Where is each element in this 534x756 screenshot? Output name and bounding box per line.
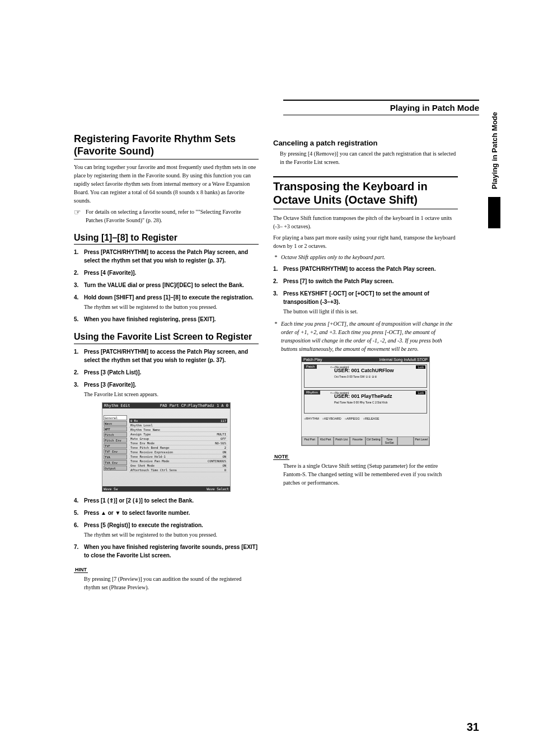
side-tab-label: Playing in Patch Mode	[490, 112, 499, 189]
screenshot-rhythm-edit: Rhythm EditPAD Part CP:PlayThePadz 1 A 0…	[102, 402, 231, 492]
step-subtext: The button will light if this is set.	[283, 307, 458, 316]
step-item: Press [4 (Favorite)].	[74, 269, 259, 277]
steps-list-b: Press [PATCH/RHYTHM] to access the Patch…	[74, 348, 259, 398]
step-item: Press [7] to switch the Patch Play scree…	[273, 277, 458, 285]
header-title: Playing in Patch Mode	[390, 103, 479, 112]
step-item: Press [3 (Favorite)].The Favorite List s…	[74, 381, 259, 398]
step-text: Press KEYSHIFT [-OCT] or [+OCT] to set t…	[283, 290, 429, 305]
octave-p2: For playing a bass part more easily usin…	[273, 233, 458, 250]
heading-favorite-rhythm: Registering Favorite Rhythm Sets (Favori…	[74, 133, 259, 159]
hint-text: By pressing [7 (Preview)] you can auditi…	[74, 575, 259, 591]
step-text: Press [PATCH/RHYTHM] to access the Patch…	[283, 266, 436, 272]
steps-list-right: Press [PATCH/RHYTHM] to access the Patch…	[273, 265, 458, 316]
note-oct-behavior: Each time you press [+OCT], the amount o…	[273, 320, 458, 353]
step-item: Hold down [SHIFT] and press [1]–[8] to e…	[74, 293, 259, 311]
step-item: Turn the VALUE dial or press [INC]/[DEC]…	[74, 281, 259, 289]
step-text: Press [3 (Patch List)].	[84, 369, 141, 375]
step-text: Press [5 (Regist)] to execute the regist…	[84, 522, 203, 528]
step-item: Press [PATCH/RHYTHM] to access the Patch…	[273, 265, 458, 273]
cancel-text: By pressing [4 (Remove)] you can cancel …	[273, 149, 458, 166]
steps-list-a: Press [PATCH/RHYTHM] to access the Patch…	[74, 248, 259, 323]
left-column: Registering Favorite Rhythm Sets (Favori…	[74, 133, 259, 594]
page-header: Playing in Patch Mode	[283, 100, 479, 115]
step-item: Press ▲ or ▼ to select favorite number.	[74, 509, 259, 517]
step-text: Press ▲ or ▼ to select favorite number.	[84, 510, 190, 516]
intro-paragraph: You can bring together your favorite and…	[74, 163, 259, 205]
step-item: Press [1 (⇑)] or [2 (⇓)] to select the B…	[74, 496, 259, 505]
reference-text: For details on selecting a favorite soun…	[86, 208, 254, 224]
heading-using-1-8: Using [1]–[8] to Register	[74, 232, 259, 245]
step-subtext: The rhythm set will be registered to the…	[84, 303, 259, 311]
heading-octave-shift: Transposing the Keyboard in Octave Units…	[273, 176, 458, 209]
step-text: Press [PATCH/RHYTHM] to access the Patch…	[84, 249, 248, 264]
step-text: Hold down [SHIFT] and press [1]–[8] to e…	[84, 294, 254, 300]
step-item: When you have finished registering favor…	[74, 543, 259, 560]
step-text: Press [3 (Favorite)].	[84, 382, 136, 388]
steps-list-c: Press [1 (⇑)] or [2 (⇓)] to select the B…	[74, 496, 259, 560]
side-tab-block	[488, 197, 500, 228]
pointer-icon: ☞	[74, 208, 81, 217]
step-text: When you have finished registering favor…	[84, 544, 257, 558]
step-text: Turn the VALUE dial or press [INC]/[DEC]…	[84, 282, 244, 288]
step-item: Press KEYSHIFT [-OCT] or [+OCT] to set t…	[273, 289, 458, 316]
step-text: Press [4 (Favorite)].	[84, 270, 136, 276]
right-column: Canceling a patch registration By pressi…	[273, 133, 458, 490]
step-text: Press [7] to switch the Patch Play scree…	[283, 278, 394, 284]
step-item: Press [5 (Regist)] to execute the regist…	[74, 521, 259, 539]
step-text: Press [1 (⇑)] or [2 (⇓)] to select the B…	[84, 497, 194, 504]
octave-p1: The Octave Shift function transposes the…	[273, 214, 458, 231]
step-subtext: The Favorite List screen appears.	[84, 390, 259, 398]
step-item: When you have finished registering, pres…	[74, 315, 259, 323]
note-text: There is a single Octave Shift setting (…	[273, 462, 458, 487]
step-text: Press [PATCH/RHYTHM] to access the Patch…	[84, 349, 248, 363]
reference-block: ☞ For details on selecting a favorite so…	[74, 208, 259, 224]
heading-cancel-registration: Canceling a patch registration	[273, 139, 458, 147]
step-item: Press [PATCH/RHYTHM] to access the Patch…	[74, 248, 259, 265]
note-label: NOTE	[273, 454, 289, 460]
step-item: Press [PATCH/RHYTHM] to access the Patch…	[74, 348, 259, 364]
step-item: Press [3 (Patch List)].	[74, 368, 259, 377]
screenshot-patch-play: Patch PlayInternal Song InAdult STOPPatc…	[301, 356, 430, 446]
heading-favorite-list: Using the Favorite List Screen to Regist…	[74, 331, 259, 344]
hint-label: HINT	[74, 567, 88, 573]
step-subtext: The rhythm set will be registered to the…	[84, 530, 259, 539]
page-number: 31	[467, 721, 479, 734]
note-keyboard-only: Octave Shift applies only to the keyboar…	[273, 253, 458, 261]
step-text: When you have finished registering, pres…	[84, 316, 216, 322]
